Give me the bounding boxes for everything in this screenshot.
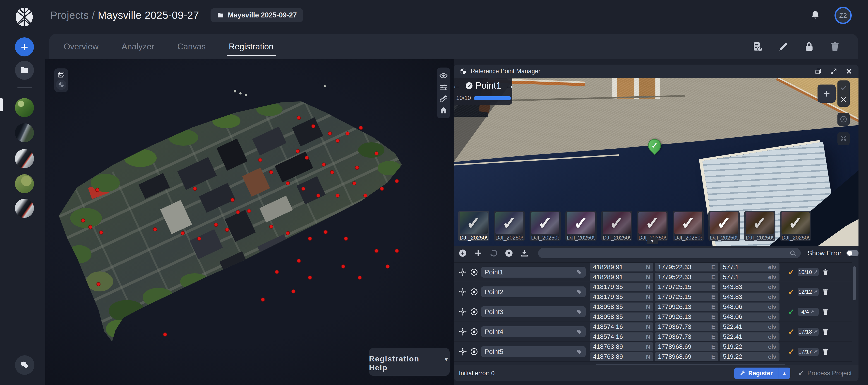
point-status-check-icon[interactable]: ✓: [788, 327, 795, 336]
adjust-wrench-icon[interactable]: [813, 349, 818, 354]
reference-point-marker[interactable]: [231, 198, 234, 202]
locate-point-icon[interactable]: [470, 268, 478, 276]
easting-field[interactable]: 1779367.73E: [655, 322, 718, 331]
point-name-input[interactable]: Point4: [481, 326, 586, 337]
delete-point-button[interactable]: [822, 328, 829, 336]
easting-field[interactable]: 1778968.69E: [655, 343, 718, 351]
point-image-count-badge[interactable]: 17/18: [798, 328, 819, 336]
next-point-arrow-icon[interactable]: →: [505, 81, 515, 91]
download-points-icon[interactable]: [520, 249, 529, 258]
reference-point-marker[interactable]: [97, 283, 100, 286]
register-options-arrow[interactable]: ▲: [778, 367, 790, 379]
elevation-field[interactable]: 548.06elv: [720, 313, 779, 321]
reference-point-marker[interactable]: [236, 210, 240, 214]
elevation-field[interactable]: 519.22elv: [720, 352, 779, 361]
image-thumbnail[interactable]: ✓DJI_202509...: [780, 211, 811, 241]
reference-point-marker[interactable]: [375, 249, 378, 253]
notifications-bell-icon[interactable]: [810, 10, 820, 21]
reference-point-marker[interactable]: [286, 231, 289, 235]
reference-point-marker[interactable]: [336, 194, 339, 197]
reference-point-marker[interactable]: [308, 276, 312, 279]
tab-analyzer[interactable]: Analyzer: [121, 36, 155, 58]
reference-point-marker[interactable]: [193, 187, 197, 190]
easting-field[interactable]: 1779522.33E: [655, 263, 718, 271]
image-thumbnail[interactable]: ✓DJI_202509...: [637, 211, 668, 241]
image-thumbnail[interactable]: ✓DJI_202509...: [530, 211, 561, 241]
reference-point-marker[interactable]: [380, 187, 384, 190]
reference-point-marker[interactable]: [330, 170, 334, 174]
locate-point-icon[interactable]: [470, 307, 478, 316]
avatar[interactable]: Z2: [835, 7, 852, 24]
edit-pencil-icon[interactable]: [778, 41, 789, 52]
reference-point-marker[interactable]: [286, 181, 289, 185]
reference-point-marker[interactable]: [261, 298, 265, 301]
reference-point-marker[interactable]: [153, 228, 157, 231]
image-thumbnail[interactable]: ✓DJI_202509...: [601, 211, 632, 241]
northing-field[interactable]: 418763.89N: [590, 352, 653, 361]
measure-ruler-icon[interactable]: [439, 94, 448, 103]
report-info-icon[interactable]: [752, 41, 763, 52]
reference-point-marker[interactable]: [275, 270, 279, 274]
add-image-button[interactable]: +: [817, 85, 836, 102]
reference-point-marker[interactable]: [328, 132, 332, 135]
point-name-input[interactable]: Point3: [481, 306, 586, 317]
reference-point-marker[interactable]: [291, 290, 295, 293]
easting-field[interactable]: 1779926.13E: [655, 302, 718, 311]
northing-field[interactable]: 418289.91N: [590, 263, 653, 271]
new-project-button[interactable]: +: [15, 37, 34, 56]
reference-point-marker[interactable]: [324, 230, 328, 234]
point-name-input[interactable]: Point5: [481, 346, 586, 357]
reference-point-marker[interactable]: [225, 228, 229, 232]
reference-point-marker[interactable]: [96, 188, 99, 192]
northing-field[interactable]: 418289.91N: [590, 273, 653, 282]
image-thumbnail[interactable]: ✓DJI_202509...: [565, 211, 596, 241]
delete-project-trash-icon[interactable]: [830, 41, 840, 52]
registration-help-button[interactable]: Registration Help ▼: [369, 348, 450, 376]
point-image-count-badge[interactable]: 12/12: [798, 288, 819, 296]
show-error-toggle[interactable]: [846, 250, 859, 256]
panel-header[interactable]: Reference Point Manager: [454, 65, 859, 78]
gcp-targets-button[interactable]: [56, 80, 66, 90]
move-point-icon[interactable]: [459, 288, 467, 296]
easting-field[interactable]: 1779522.33E: [655, 273, 718, 282]
move-point-icon[interactable]: [459, 347, 467, 356]
table-scrollbar[interactable]: [853, 266, 856, 300]
reference-point-marker[interactable]: [358, 276, 362, 279]
close-panel-icon[interactable]: [845, 68, 852, 75]
project-thumbnail-5[interactable]: [15, 199, 34, 218]
reference-point-marker[interactable]: [297, 259, 301, 263]
reference-point-marker[interactable]: [312, 124, 315, 128]
northing-field[interactable]: 418058.35N: [590, 302, 653, 311]
home-view-icon[interactable]: [439, 106, 448, 115]
delete-point-button[interactable]: [822, 348, 829, 356]
point-cloud-viewport[interactable]: Registration Help ▼: [45, 59, 454, 385]
project-thumbnail-4[interactable]: [15, 174, 34, 193]
strip-expand-chevron[interactable]: ▾: [647, 237, 658, 244]
northing-field[interactable]: 418574.16N: [590, 332, 653, 341]
point-status-check-icon[interactable]: ✓: [788, 347, 795, 356]
reference-point-marker[interactable]: [270, 170, 273, 174]
tab-canvas[interactable]: Canvas: [176, 36, 207, 58]
compass-button[interactable]: [837, 113, 850, 126]
elevation-field[interactable]: 522.41elv: [720, 332, 779, 341]
move-point-icon[interactable]: [459, 268, 467, 276]
image-thumbnail[interactable]: ✓DJI_202509...: [673, 211, 704, 241]
undo-icon[interactable]: [489, 249, 498, 258]
reference-point-marker[interactable]: [197, 237, 201, 240]
reference-point-marker[interactable]: [270, 225, 273, 229]
breadcrumb-projects[interactable]: Projects: [50, 9, 89, 21]
reference-point-marker[interactable]: [336, 139, 339, 143]
point-status-check-icon[interactable]: ✓: [788, 287, 795, 296]
adjust-wrench-icon[interactable]: [813, 290, 818, 294]
add-point-circle-icon[interactable]: [459, 249, 467, 258]
easting-field[interactable]: 1779926.13E: [655, 313, 718, 321]
reference-point-marker[interactable]: [359, 126, 363, 129]
previous-point-arrow-icon[interactable]: ←: [454, 81, 461, 91]
project-badge[interactable]: Maysville 2025-09-27: [211, 8, 303, 22]
easting-field[interactable]: 1778968.69E: [655, 352, 718, 361]
elevation-field[interactable]: 519.22elv: [720, 343, 779, 351]
easting-field[interactable]: 1779367.73E: [655, 332, 718, 341]
lock-icon[interactable]: [804, 41, 814, 52]
cancel-pin-x-icon[interactable]: [840, 96, 847, 103]
register-button[interactable]: Register ▲: [734, 367, 790, 379]
